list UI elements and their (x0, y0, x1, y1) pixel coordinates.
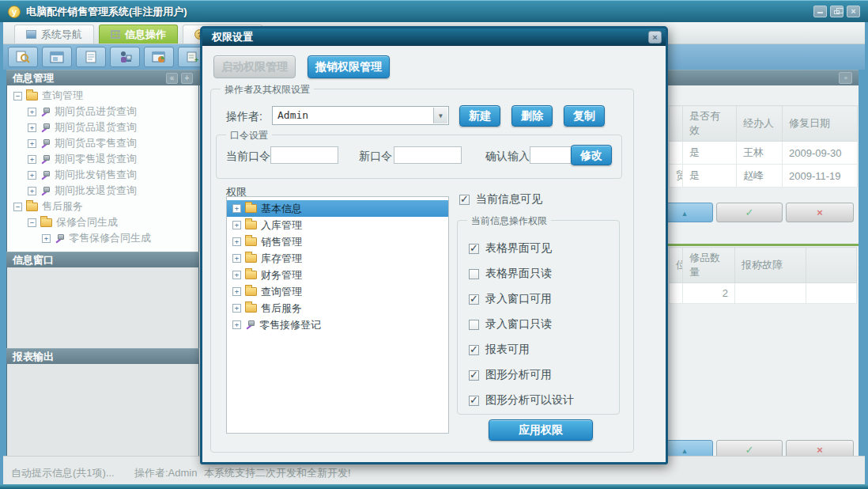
tree-item[interactable]: +期间批发退货查询 (7, 183, 198, 199)
perm-tree-item[interactable]: +财务管理 (227, 267, 448, 283)
expand-node-icon[interactable]: + (232, 287, 241, 296)
expand-node-icon[interactable]: + (28, 108, 36, 116)
new-operator-button[interactable]: 新建 (459, 105, 500, 127)
perm-tree-item[interactable]: +查询管理 (227, 283, 448, 300)
sidebar-header-info-manage[interactable]: 信息管理 « + (6, 70, 199, 85)
confirm-button[interactable]: ✓ (716, 203, 783, 222)
perm-tree-item[interactable]: +售后服务 (227, 300, 448, 317)
col-valid[interactable]: 是否有效 (683, 106, 737, 142)
copy-operator-button[interactable]: 复制 (564, 105, 605, 127)
tree-item[interactable]: −保修合同生成 (7, 214, 198, 230)
expand-node-icon[interactable]: + (28, 187, 36, 195)
table-row[interactable]: 贸 是 赵峰 2009-11-19 (670, 165, 858, 188)
col-repair-date[interactable]: 修复日期 (783, 106, 858, 142)
minimize-button[interactable] (813, 6, 827, 17)
query-tool-icon (40, 123, 51, 133)
cancel-button[interactable]: × (786, 203, 854, 222)
checkbox[interactable] (469, 244, 479, 254)
expand-node-icon[interactable]: + (232, 204, 241, 213)
current-password-input[interactable] (270, 146, 338, 164)
collapse-node-icon[interactable]: − (28, 218, 36, 227)
group-title: 操作者及其权限设置 (221, 83, 314, 97)
tree-item[interactable]: +零售保修合同生成 (7, 230, 198, 246)
perm-tree-item-selected[interactable]: +基本信息 (227, 200, 448, 217)
perm-checkbox-row[interactable]: 报表可用 (469, 343, 619, 357)
permission-tree: +基本信息 +入库管理 +销售管理 +库存管理 +财务管理 +查询管理 +售后服… (226, 196, 449, 434)
tree-label: 零售保修合同生成 (69, 231, 151, 245)
checkbox[interactable] (469, 345, 479, 355)
folder-icon (245, 304, 257, 313)
collapse-node-icon[interactable]: − (13, 92, 22, 100)
perm-checkbox-row[interactable]: 录入窗口只读 (469, 317, 619, 332)
perm-tree-item[interactable]: +零售接修登记 (227, 317, 448, 333)
chevron-down-icon[interactable]: ▼ (433, 108, 447, 123)
operator-select[interactable]: Admin ▼ (272, 106, 449, 125)
table-row[interactable]: 2 (670, 283, 857, 304)
col-reported-fault[interactable]: 报称故障 (735, 248, 806, 283)
document-button[interactable] (76, 47, 106, 67)
tree-label: 期间货品零售查询 (55, 136, 137, 150)
tree-label: 期间零售退货查询 (55, 152, 137, 166)
modify-password-button[interactable]: 修改 (571, 145, 612, 165)
checkbox[interactable] (469, 294, 479, 305)
perm-checkbox-row[interactable]: 图形分析可用 (469, 368, 619, 382)
checkbox[interactable] (469, 269, 479, 279)
expand-node-icon[interactable]: + (28, 171, 36, 180)
tree-item[interactable]: +期间货品退货查询 (7, 119, 198, 135)
tree-item[interactable]: +期间货品进货查询 (7, 104, 198, 119)
operator-button[interactable] (110, 47, 140, 67)
window-analysis-button[interactable] (144, 47, 174, 67)
collapse-up-icon[interactable]: « (839, 72, 852, 84)
start-permission-button[interactable]: 启动权限管理 (213, 55, 296, 78)
perm-checkbox-row[interactable]: 录入窗口可用 (469, 292, 619, 306)
expand-node-icon[interactable]: + (232, 254, 241, 263)
window-title: 电脑配件销售管理系统(非注册用户) (26, 5, 187, 19)
tab-info-operation[interactable]: 信息操作 (99, 25, 178, 44)
current-info-visible-row[interactable]: 当前信息可见 (459, 192, 542, 207)
new-password-input[interactable] (394, 146, 462, 164)
perm-checkbox-row[interactable]: 表格界面只读 (469, 267, 619, 281)
expand-node-icon[interactable]: + (232, 320, 241, 329)
tree-label: 期间货品退货查询 (55, 120, 137, 135)
collapse-node-icon[interactable]: − (13, 203, 22, 211)
checkbox[interactable] (469, 396, 479, 406)
collapse-icon[interactable]: « (166, 73, 178, 84)
delete-operator-button[interactable]: 删除 (511, 105, 553, 127)
tree-label: 保修合同生成 (56, 215, 118, 229)
perm-checkbox-row[interactable]: 表格界面可见 (469, 241, 619, 256)
add-icon[interactable]: + (181, 73, 193, 84)
table-row[interactable]: 是 王林 2009-09-30 (670, 142, 858, 165)
restore-button[interactable] (830, 6, 843, 17)
perm-tree-item[interactable]: +入库管理 (227, 217, 448, 233)
checkbox[interactable] (469, 370, 479, 381)
sidebar-header-info-window[interactable]: 信息窗口 (6, 252, 199, 267)
perm-tree-item[interactable]: +库存管理 (227, 250, 448, 267)
tree-item-after-sales[interactable]: −售后服务 (7, 199, 198, 214)
expand-node-icon[interactable]: + (42, 234, 51, 243)
form-button[interactable] (42, 47, 72, 67)
revoke-permission-button[interactable]: 撤销权限管理 (308, 55, 390, 78)
expand-node-icon[interactable]: + (232, 221, 241, 229)
expand-node-icon[interactable]: + (232, 237, 241, 246)
search-button[interactable] (8, 47, 38, 67)
tree-item[interactable]: +期间零售退货查询 (7, 151, 198, 167)
tree-item[interactable]: +期间货品零售查询 (7, 135, 198, 151)
tree-item-query-manage[interactable]: −查询管理 (7, 88, 198, 104)
checkbox[interactable] (469, 320, 479, 330)
tree-item[interactable]: +期间批发销售查询 (7, 167, 198, 183)
perm-checkbox-row[interactable]: 图形分析可以设计 (469, 393, 619, 408)
sidebar-header-report-output[interactable]: 报表输出 (6, 348, 199, 364)
tab-system-nav[interactable]: 系统导航 (14, 25, 94, 44)
dialog-close-button[interactable]: × (648, 31, 662, 44)
expand-node-icon[interactable]: + (28, 139, 36, 148)
col-item-qty[interactable]: 修品数量 (683, 248, 735, 283)
perm-tree-item[interactable]: +销售管理 (227, 233, 448, 250)
apply-permission-button[interactable]: 应用权限 (489, 419, 593, 441)
expand-node-icon[interactable]: + (28, 123, 36, 132)
close-button[interactable]: × (847, 6, 860, 17)
expand-node-icon[interactable]: + (28, 155, 36, 164)
checkbox[interactable] (459, 195, 470, 205)
expand-node-icon[interactable]: + (232, 271, 241, 279)
expand-node-icon[interactable]: + (232, 304, 241, 313)
col-handler[interactable]: 经办人 (737, 106, 783, 142)
